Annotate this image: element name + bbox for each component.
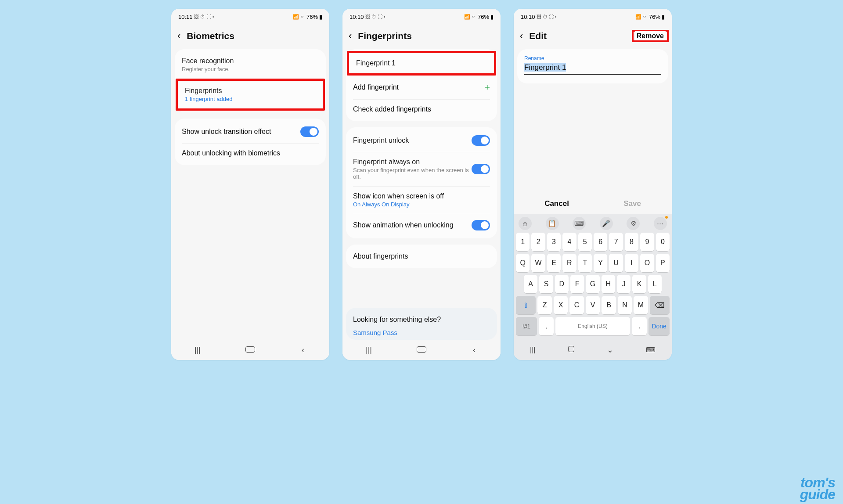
- nav-bar: ||| ⌄ ⌨: [514, 340, 672, 360]
- about-fp-row[interactable]: About fingerprints: [346, 246, 497, 266]
- key-9[interactable]: 9: [640, 233, 654, 251]
- back-nav-icon[interactable]: ‹: [298, 346, 308, 355]
- anim-label: Show animation when unlocking: [353, 221, 454, 229]
- emoji-icon[interactable]: ☺: [519, 217, 532, 230]
- rename-card: Rename Fingerprint 1: [517, 49, 668, 83]
- back-icon[interactable]: ‹: [520, 31, 523, 41]
- check-label: Check added fingerprints: [353, 105, 431, 113]
- transition-toggle[interactable]: [300, 126, 319, 137]
- home-icon[interactable]: [245, 346, 255, 355]
- key-t[interactable]: T: [578, 254, 592, 272]
- key-l[interactable]: L: [648, 275, 662, 293]
- header: ‹ Biometrics: [171, 25, 329, 49]
- key-z[interactable]: Z: [537, 296, 551, 314]
- key-5[interactable]: 5: [578, 233, 592, 251]
- fp1-label: Fingerprint 1: [356, 59, 396, 67]
- key-m[interactable]: M: [634, 296, 648, 314]
- back-icon[interactable]: ‹: [349, 31, 352, 41]
- status-bar: 10:11 🖼 ⏱ ⛶ • 📶 ᯤ 76%▮: [171, 9, 329, 25]
- fingerprints-row[interactable]: Fingerprints 1 fingerprint added: [178, 81, 323, 108]
- key-b[interactable]: B: [602, 296, 616, 314]
- fingerprint-1-row[interactable]: Fingerprint 1: [349, 53, 494, 73]
- key-s[interactable]: S: [539, 275, 553, 293]
- nav-bar: ||| ‹: [171, 340, 329, 360]
- face-recognition-row[interactable]: Face recognition Register your face.: [175, 51, 326, 79]
- keyboard-switch-icon[interactable]: ⌨: [646, 346, 656, 354]
- fp-unlock-row[interactable]: Fingerprint unlock: [346, 129, 497, 152]
- key-n[interactable]: N: [618, 296, 632, 314]
- status-battery: 76%: [306, 14, 318, 20]
- text-icon[interactable]: ⌨: [573, 217, 586, 230]
- home-icon[interactable]: [417, 346, 426, 355]
- key-d[interactable]: D: [555, 275, 569, 293]
- save-button[interactable]: Save: [623, 199, 641, 208]
- clipboard-icon[interactable]: 📋: [546, 217, 559, 230]
- recents-icon[interactable]: |||: [364, 346, 374, 355]
- remove-button[interactable]: Remove: [635, 31, 666, 40]
- period-key[interactable]: .: [632, 317, 647, 335]
- key-v[interactable]: V: [586, 296, 600, 314]
- key-8[interactable]: 8: [625, 233, 638, 251]
- key-y[interactable]: Y: [594, 254, 607, 272]
- key-j[interactable]: J: [617, 275, 630, 293]
- fp-always-row[interactable]: Fingerprint always on Scan your fingerpr…: [346, 152, 497, 186]
- key-3[interactable]: 3: [547, 233, 561, 251]
- shift-key[interactable]: ⇧: [516, 296, 536, 314]
- show-anim-row[interactable]: Show animation when unlocking: [346, 214, 497, 237]
- screen-biometrics: 10:11 🖼 ⏱ ⛶ • 📶 ᯤ 76%▮ ‹ Biometrics Face…: [171, 9, 329, 360]
- recents-icon[interactable]: |||: [193, 346, 202, 355]
- key-r[interactable]: R: [562, 254, 576, 272]
- key-q[interactable]: Q: [516, 254, 530, 272]
- back-nav-icon[interactable]: ‹: [469, 346, 479, 355]
- key-g[interactable]: G: [586, 275, 599, 293]
- show-icon-row[interactable]: Show icon when screen is off On Always O…: [346, 186, 497, 214]
- space-key[interactable]: English (US): [555, 317, 630, 335]
- anim-toggle[interactable]: [472, 220, 490, 230]
- unlock-toggle[interactable]: [472, 135, 490, 146]
- key-k[interactable]: K: [632, 275, 646, 293]
- check-fingerprints-row[interactable]: Check added fingerprints: [346, 99, 497, 119]
- key-w[interactable]: W: [531, 254, 545, 272]
- more-icon[interactable]: ⋯: [654, 217, 667, 230]
- hide-keyboard-icon[interactable]: ⌄: [607, 345, 613, 355]
- mic-icon[interactable]: 🎤: [600, 217, 613, 230]
- status-icons-left: 🖼 ⏱ ⛶ •: [537, 14, 557, 19]
- header: ‹ Edit Remove: [514, 25, 672, 49]
- screen-fingerprints: 10:10 🖼 ⏱ ⛶ • 📶 ᯤ 76%▮ ‹ Fingerprints Fi…: [342, 9, 501, 360]
- samsung-pass-link[interactable]: Samsung Pass: [353, 329, 490, 336]
- key-6[interactable]: 6: [594, 233, 607, 251]
- key-h[interactable]: H: [602, 275, 615, 293]
- key-c[interactable]: C: [569, 296, 584, 314]
- watermark: tom's guide: [800, 477, 835, 500]
- backspace-key[interactable]: ⌫: [650, 296, 670, 314]
- always-toggle[interactable]: [472, 164, 490, 174]
- key-a[interactable]: A: [524, 275, 537, 293]
- home-icon[interactable]: [568, 346, 574, 354]
- key-e[interactable]: E: [547, 254, 561, 272]
- rename-input[interactable]: Fingerprint 1: [524, 62, 661, 75]
- key-p[interactable]: P: [656, 254, 670, 272]
- key-1[interactable]: 1: [516, 233, 530, 251]
- key-2[interactable]: 2: [531, 233, 545, 251]
- key-f[interactable]: F: [570, 275, 584, 293]
- status-time: 10:11: [178, 14, 193, 20]
- back-icon[interactable]: ‹: [177, 31, 180, 41]
- comma-key[interactable]: ,: [539, 317, 554, 335]
- key-0[interactable]: 0: [656, 233, 670, 251]
- key-o[interactable]: O: [640, 254, 654, 272]
- cancel-button[interactable]: Cancel: [544, 199, 569, 208]
- add-fingerprint-row[interactable]: Add fingerprint +: [346, 76, 497, 99]
- key-4[interactable]: 4: [562, 233, 576, 251]
- key-i[interactable]: I: [625, 254, 638, 272]
- key-u[interactable]: U: [609, 254, 623, 272]
- rename-label: Rename: [524, 55, 661, 61]
- symbols-key[interactable]: !#1: [516, 317, 537, 335]
- gear-icon[interactable]: ⚙: [627, 217, 640, 230]
- done-key[interactable]: Done: [648, 317, 670, 335]
- transition-row[interactable]: Show unlock transition effect: [175, 120, 326, 143]
- key-7[interactable]: 7: [609, 233, 623, 251]
- recents-icon[interactable]: |||: [530, 346, 535, 354]
- about-row[interactable]: About unlocking with biometrics: [175, 143, 326, 163]
- key-x[interactable]: X: [554, 296, 568, 314]
- status-icons-right: 📶 ᯤ: [635, 14, 648, 20]
